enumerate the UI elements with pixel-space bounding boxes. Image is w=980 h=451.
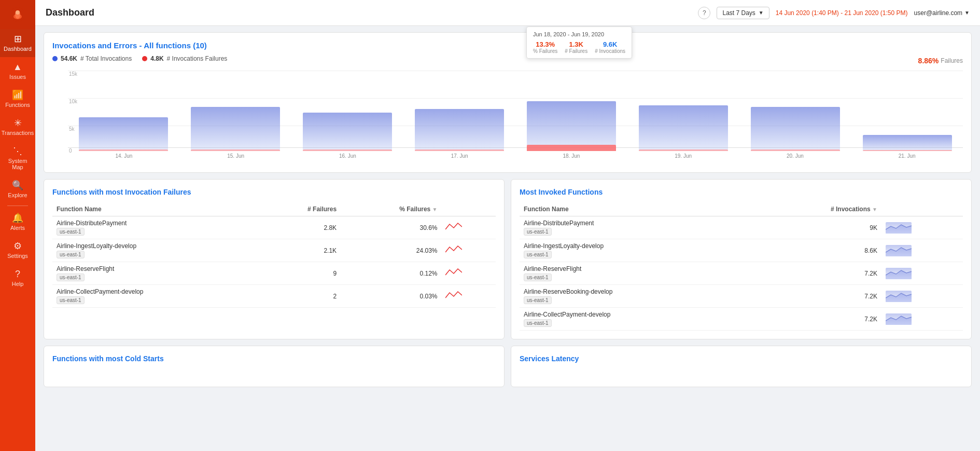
bar-group-7[interactable] [852,71,963,151]
invocations-table-row[interactable]: Airline-DistributePayment us-east-1 9K [520,216,963,239]
dashboard-icon: ⊞ [14,34,22,44]
sidebar-item-functions[interactable]: 📶 Functions [0,85,35,113]
sidebar-item-label: Transactions [2,130,34,136]
failure-rate: 8.86% [918,57,939,65]
failures-value: 4.8K [150,55,163,62]
sparkline-icon [445,248,462,256]
function-name-cell-invoc: Airline-DistributePayment us-east-1 [520,216,751,239]
sidebar-item-label: Issues [9,74,26,80]
sidebar-item-settings[interactable]: ⚙ Settings [0,236,35,264]
region-tag-invoc: us-east-1 [524,251,552,258]
failure-rate-label: Failures [941,57,963,64]
invoc-spark-cell [881,308,963,331]
region-tag-invoc: us-east-1 [524,274,552,281]
invocations-count-cell: 8.6K [751,239,881,262]
region-tag: us-east-1 [57,296,85,304]
sidebar-item-explore[interactable]: 🔍 Explore [0,175,35,203]
failures-table-row[interactable]: Airline-CollectPayment-develop us-east-1… [52,285,496,308]
sidebar-item-dashboard[interactable]: ⊞ Dashboard [0,29,35,57]
failures-table-row[interactable]: Airline-DistributePayment us-east-1 2.8K… [52,216,496,239]
sidebar-item-system-map[interactable]: ⋱ System Map [0,141,35,175]
function-name-cell-invoc: Airline-IngestLoyalty-develop us-east-1 [520,239,751,262]
bar-group-5[interactable] [628,71,739,151]
function-name-cell-invoc: Airline-ReserveFlight us-east-1 [520,262,751,285]
sparkline-cell [441,285,496,308]
bar-group-0[interactable] [68,71,179,151]
failures-table-row[interactable]: Airline-IngestLoyalty-develop us-east-1 … [52,239,496,262]
issues-icon: ▲ [13,62,22,72]
sparkline-cell [441,216,496,239]
functions-icon: 📶 [12,90,23,100]
bar-group-1[interactable] [180,71,291,151]
region-tag: us-east-1 [57,228,85,236]
region-tag-invoc: us-east-1 [524,319,552,327]
invocations-section-title: Most Invoked Functions [520,188,963,196]
main-content: Dashboard ? Last 7 Days ▼ 14 Jun 2020 (1… [35,0,980,451]
user-email: user@airline.com [914,9,963,17]
sparkline-icon [445,270,462,279]
pct-cell: 0.03% [341,285,441,308]
help-button[interactable]: ? [698,7,710,19]
sidebar-logo[interactable] [0,0,35,29]
chart-label-1: 15. Jun [180,153,292,159]
date-range-display: 14 Jun 2020 (1:40 PM) - 21 Jun 2020 (1:5… [776,9,908,17]
function-name-cell: Airline-DistributePayment us-east-1 [52,216,259,239]
chart-label-6: 20. Jun [739,153,851,159]
region-tag-invoc: us-east-1 [524,296,552,304]
function-name-cell: Airline-CollectPayment-develop us-east-1 [52,285,259,308]
invoc-sparkline [886,222,912,234]
failures-table-row[interactable]: Airline-ReserveFlight us-east-1 9 0.12% [52,262,496,285]
function-name-cell: Airline-IngestLoyalty-develop us-east-1 [52,239,259,262]
sidebar-item-label: System Map [2,158,33,170]
invocations-table-row[interactable]: Airline-CollectPayment-develop us-east-1… [520,308,963,331]
function-name-cell-invoc: Airline-CollectPayment-develop us-east-1 [520,308,751,331]
sparkline-cell [441,262,496,285]
failures-cell: 9 [259,262,341,285]
tooltip-num-failures: 1.3K # Failures [565,40,587,54]
chart-tooltip: Jun 18, 2020 - Jun 19, 2020 13.3% % Fail… [526,26,632,59]
sidebar-item-label: Settings [7,253,28,259]
latency-card: Services Latency [511,346,972,387]
user-menu[interactable]: user@airline.com ▼ [914,9,970,17]
invocations-chart-card: Invocations and Errors - All functions (… [44,32,972,173]
time-range-selector[interactable]: Last 7 Days ▼ [717,7,769,19]
invocations-count-cell: 9K [751,216,881,239]
failures-cell: 2.8K [259,216,341,239]
invocations-table-row[interactable]: Airline-IngestLoyalty-develop us-east-1 … [520,239,963,262]
pct-cell: 24.03% [341,239,441,262]
invoc-spark-cell [881,216,963,239]
page-title: Dashboard [46,7,692,18]
sidebar-item-label: Help [12,281,24,287]
sidebar-divider [7,206,28,206]
chart-label-5: 19. Jun [627,153,739,159]
invoc-sparkline [886,291,912,302]
sidebar-item-transactions[interactable]: ✳ Transactions [0,113,35,141]
explore-icon: 🔍 [12,181,23,190]
sidebar-item-issues[interactable]: ▲ Issues [0,57,35,85]
chevron-down-icon: ▼ [964,10,970,16]
chart-legend: 54.6K # Total Invocations 4.8K # Invocat… [52,55,227,62]
sidebar-item-help[interactable]: ? Help [0,264,35,292]
sidebar-item-alerts[interactable]: 🔔 Alerts [0,208,35,236]
bar-chart-container: 15k 10k 5k 0 [52,71,963,164]
function-name-cell: Airline-ReserveFlight us-east-1 [52,262,259,285]
tooltip-values: 13.3% % Failures 1.3K # Failures 9.6K # … [533,40,625,54]
bar-group-2[interactable] [292,71,403,151]
chart-label-2: 16. Jun [292,153,404,159]
sidebar-item-label: Alerts [10,225,25,231]
total-invocations-label: # Total Invocations [80,55,132,62]
invocations-count-cell: 7.2K [751,262,881,285]
svg-point-3 [16,10,20,15]
sort-icon: ▼ [432,207,438,212]
bar-group-4[interactable]: Jun 18, 2020 - Jun 19, 2020 13.3% % Fail… [516,71,627,151]
invocations-table-card: Most Invoked Functions Function Name # I… [511,179,972,339]
invocations-table-row[interactable]: Airline-ReserveBooking-develop us-east-1… [520,285,963,308]
pct-cell: 30.6% [341,216,441,239]
svg-marker-4 [886,225,912,234]
latency-title: Services Latency [520,354,963,363]
svg-marker-5 [886,248,912,256]
bar-group-6[interactable] [740,71,851,151]
total-invocations-value: 54.6K [61,55,77,62]
invocations-table-row[interactable]: Airline-ReserveFlight us-east-1 7.2K [520,262,963,285]
bar-group-3[interactable] [404,71,515,151]
